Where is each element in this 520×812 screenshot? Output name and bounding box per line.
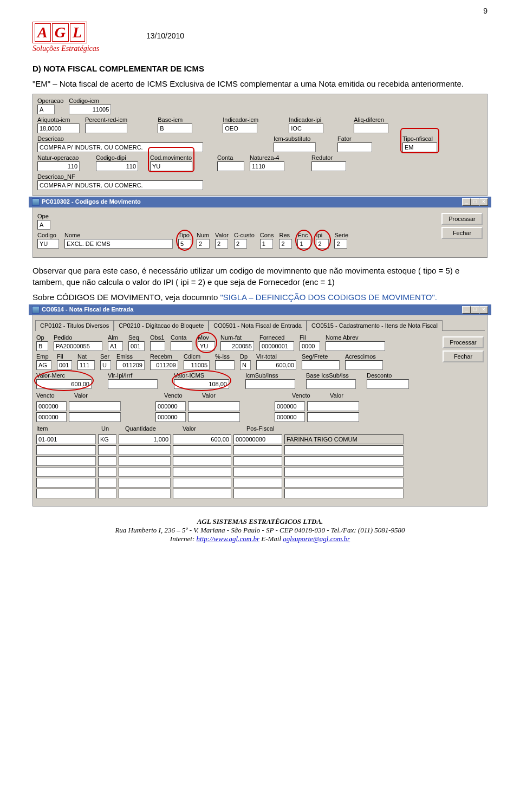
- input-item-posfiscal[interactable]: [233, 456, 282, 466]
- input-codigo-icm[interactable]: [69, 105, 111, 114]
- input-tipo[interactable]: [178, 239, 191, 249]
- tab-titulos-diversos[interactable]: CP0102 - Titulos Diversos: [35, 320, 114, 331]
- fechar-button[interactable]: Fechar: [441, 227, 483, 239]
- footer-mail[interactable]: aglsuporte@agl.com.br: [283, 535, 350, 543]
- input-descricao-nf[interactable]: [37, 180, 203, 190]
- input-nomeabrev[interactable]: [326, 341, 385, 351]
- input-item-desc[interactable]: [284, 489, 404, 498]
- input-nat[interactable]: [77, 360, 95, 370]
- input-item-un[interactable]: [98, 445, 116, 455]
- input-pedido[interactable]: [54, 341, 102, 351]
- input-percent-red[interactable]: [85, 124, 127, 133]
- input-valor[interactable]: [215, 239, 228, 249]
- input-codigo[interactable]: [37, 239, 59, 249]
- input-vencto-valor[interactable]: [307, 401, 359, 411]
- input-segfrete[interactable]: [302, 360, 340, 370]
- input-obs1[interactable]: [150, 341, 165, 351]
- input-item-item[interactable]: [36, 434, 96, 444]
- input-item-valor[interactable]: [173, 478, 231, 488]
- input-c-custo[interactable]: [234, 239, 247, 249]
- tab-digitacao-bloquete[interactable]: CP0210 - Digitacao do Bloquete: [114, 320, 209, 331]
- input-ipi[interactable]: [316, 239, 329, 249]
- input-seq[interactable]: [128, 341, 145, 351]
- close-button[interactable]: ×: [479, 198, 488, 206]
- input-alm[interactable]: [108, 341, 123, 351]
- input-descricao[interactable]: [37, 142, 203, 152]
- input-item-valor[interactable]: [173, 489, 231, 498]
- footer-url[interactable]: http://www.agl.com.br: [197, 535, 259, 543]
- input-item-valor[interactable]: [173, 467, 231, 477]
- tab-cadastramento-itens[interactable]: CO0515 - Cadastramento - Itens de Nota F…: [307, 320, 443, 331]
- input-conta2[interactable]: [171, 341, 192, 351]
- input-item-un[interactable]: [98, 434, 116, 444]
- input-conta[interactable]: [217, 161, 244, 171]
- input-base-icm[interactable]: [158, 124, 192, 133]
- input-vencto[interactable]: [155, 401, 186, 411]
- input-indicador-icm[interactable]: [223, 124, 257, 133]
- maximize-button[interactable]: □: [471, 306, 479, 314]
- input-item-posfiscal[interactable]: [233, 445, 282, 455]
- input-fil[interactable]: [300, 341, 320, 351]
- input-baseics[interactable]: [306, 379, 356, 389]
- input-numfat[interactable]: [220, 341, 254, 351]
- input-valoricms[interactable]: [174, 379, 229, 389]
- input-vencto-valor[interactable]: [188, 401, 240, 411]
- input-item-valor[interactable]: [173, 434, 231, 444]
- input-vencto[interactable]: [275, 401, 305, 411]
- input-vencto-valor[interactable]: [69, 401, 121, 411]
- input-item-item[interactable]: [36, 478, 96, 488]
- input-nome[interactable]: [64, 239, 173, 249]
- input-item-posfiscal[interactable]: [233, 478, 282, 488]
- input-mov[interactable]: [198, 341, 215, 351]
- input-aliq-diferen[interactable]: [354, 124, 388, 133]
- input-item-un[interactable]: [98, 467, 116, 477]
- input-item-qtd[interactable]: [119, 445, 171, 455]
- input-item-desc[interactable]: [284, 434, 404, 444]
- input-item-desc[interactable]: [284, 467, 404, 477]
- input-item-desc[interactable]: [284, 456, 404, 466]
- input-op[interactable]: [36, 341, 48, 351]
- input-enc[interactable]: [297, 239, 310, 249]
- minimize-button[interactable]: _: [462, 198, 471, 206]
- maximize-button[interactable]: □: [471, 198, 479, 206]
- input-item-qtd[interactable]: [119, 467, 171, 477]
- input-vencto[interactable]: [36, 401, 67, 411]
- input-item-posfiscal[interactable]: [233, 434, 282, 444]
- input-item-item[interactable]: [36, 445, 96, 455]
- input-acrescimos[interactable]: [345, 360, 383, 370]
- input-fator[interactable]: [337, 142, 372, 152]
- input-vlripi[interactable]: [108, 379, 158, 389]
- input-cons[interactable]: [260, 239, 273, 249]
- processar-button[interactable]: Processar: [441, 213, 483, 225]
- input-item-qtd[interactable]: [119, 434, 171, 444]
- input-natureza4[interactable]: [250, 161, 284, 171]
- tab-nota-fiscal-entrada[interactable]: CO0501 - Nota Fiscal de Entrada: [209, 320, 307, 331]
- input-icm-substituto[interactable]: [274, 142, 316, 152]
- input-vencto[interactable]: [155, 412, 186, 422]
- input-serie[interactable]: [334, 239, 347, 249]
- input-piss[interactable]: [215, 360, 235, 370]
- input-vencto-valor[interactable]: [69, 412, 121, 422]
- input-ope[interactable]: [37, 220, 50, 230]
- input-desconto[interactable]: [367, 379, 409, 389]
- input-emp[interactable]: [36, 360, 51, 370]
- input-item-un[interactable]: [98, 489, 116, 498]
- processar-button[interactable]: Processar: [443, 336, 484, 348]
- input-cdicm[interactable]: [184, 360, 210, 370]
- input-valormerc[interactable]: [36, 379, 92, 389]
- input-aliquota-icm[interactable]: [37, 124, 80, 133]
- input-item-item[interactable]: [36, 467, 96, 477]
- input-item-posfiscal[interactable]: [233, 489, 282, 498]
- input-item-qtd[interactable]: [119, 478, 171, 488]
- input-item-posfiscal[interactable]: [233, 467, 282, 477]
- input-ser[interactable]: [100, 360, 111, 370]
- input-item-qtd[interactable]: [119, 456, 171, 466]
- input-res[interactable]: [279, 239, 292, 249]
- fechar-button[interactable]: Fechar: [443, 350, 484, 362]
- input-item-item[interactable]: [36, 456, 96, 466]
- input-recebm[interactable]: [150, 360, 178, 370]
- input-tipo-nfiscal[interactable]: [402, 142, 437, 152]
- input-item-item[interactable]: [36, 489, 96, 498]
- input-item-un[interactable]: [98, 456, 116, 466]
- input-vlrtotal[interactable]: [256, 360, 296, 370]
